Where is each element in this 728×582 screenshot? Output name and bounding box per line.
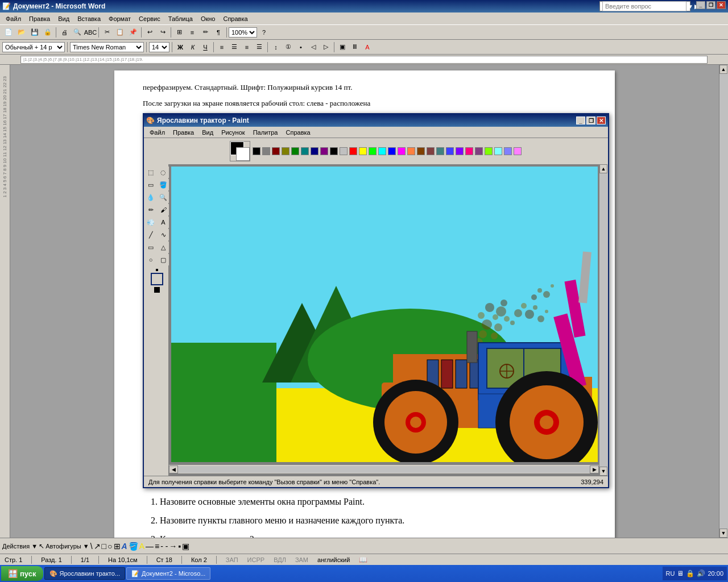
color-steelblue[interactable] [436, 147, 444, 155]
brush-tool[interactable]: 🖌 [158, 204, 169, 215]
word-vscroll-down[interactable]: ▼ [719, 529, 727, 538]
align-right-btn[interactable]: ≡ [241, 42, 253, 52]
word-vscroll-up[interactable]: ▲ [719, 65, 727, 74]
justify-btn[interactable]: ☰ [254, 42, 265, 52]
word-menu-window[interactable]: Окно [197, 14, 219, 23]
paint-hscrollbar[interactable]: ◀ ▶ [169, 464, 599, 473]
color-violet[interactable] [456, 147, 464, 155]
color-cyan[interactable] [378, 147, 386, 155]
paint-canvas-container[interactable]: ◀ ▶ [169, 164, 599, 476]
wordart-icon[interactable]: A [122, 542, 127, 551]
word-menu-file[interactable]: Файл [2, 14, 24, 23]
color-plum[interactable] [475, 147, 483, 155]
airbrush-tool[interactable]: 💨 [145, 217, 156, 228]
undo-btn[interactable]: ↩ [143, 27, 156, 38]
color-periwinkle[interactable] [446, 147, 454, 155]
color-ltcyan[interactable] [494, 147, 502, 155]
line-tool[interactable]: ╱ [145, 229, 156, 240]
color-brown[interactable] [417, 147, 425, 155]
curve-tool[interactable]: ∿ [158, 229, 169, 240]
spell-btn[interactable]: ABC [84, 27, 97, 38]
eyedropper-tool[interactable]: 💧 [145, 192, 156, 203]
paint-menu-file[interactable]: Файл [146, 128, 168, 137]
rect-tool[interactable]: ▭ [145, 242, 156, 253]
word-menu-format[interactable]: Формат [105, 14, 134, 23]
start-button[interactable]: 🪟 пуск [1, 566, 43, 581]
vscroll-thumb[interactable] [599, 173, 608, 467]
rect-draw-icon[interactable]: □ [102, 542, 106, 551]
columns-btn[interactable]: ≡ [186, 27, 198, 38]
eraser-tool[interactable]: ▭ [145, 179, 156, 190]
color-ltgreen[interactable] [485, 147, 493, 155]
word-menu-tools[interactable]: Сервис [135, 14, 164, 23]
bold-btn[interactable]: Ж [175, 42, 186, 52]
polygon-tool[interactable]: △ [158, 242, 169, 253]
redo-btn[interactable]: ↪ [156, 27, 169, 38]
taskbar-paint-item[interactable]: 🎨 Ярославкин тракто... [44, 567, 126, 580]
underline-btn[interactable]: Ч [200, 42, 211, 52]
drawing-btn[interactable]: ✏ [199, 27, 212, 38]
help-search-input[interactable] [602, 1, 686, 11]
color-orange[interactable] [407, 147, 415, 155]
color-mauve[interactable] [427, 147, 435, 155]
arrow-draw-icon[interactable]: ↗ [94, 542, 101, 551]
table-btn[interactable]: ⊞ [173, 27, 185, 38]
word-menu-table[interactable]: Таблица [165, 14, 196, 23]
paint-canvas[interactable] [171, 167, 598, 462]
save-btn[interactable]: 💾 [28, 27, 41, 38]
vscroll-down-btn[interactable]: ▼ [599, 467, 607, 476]
color-ltblue[interactable] [504, 147, 512, 155]
line-color-icon[interactable]: — [146, 542, 154, 551]
fill-color-icon[interactable]: A [139, 542, 144, 551]
paint-vscrollbar[interactable]: ▲ ▼ [599, 164, 608, 476]
font-name-select[interactable]: Times New Roman [70, 42, 144, 52]
hscroll-right-btn[interactable]: ▶ [590, 465, 599, 473]
line-style-icon[interactable]: ≡ [155, 542, 159, 551]
copy-btn[interactable]: 📋 [114, 27, 126, 38]
brush-size-small[interactable] [156, 269, 158, 271]
word-menu-edit[interactable]: Правка [26, 14, 53, 23]
line-spacing-btn[interactable]: ↕ [270, 42, 282, 52]
lang-indicator[interactable]: RU [666, 570, 675, 577]
font-color-btn[interactable]: A [362, 42, 373, 52]
brush-size-large[interactable] [154, 287, 160, 293]
print-btn[interactable]: 🖨 [58, 27, 71, 38]
color-navy[interactable] [311, 147, 318, 155]
color-black[interactable] [253, 147, 260, 155]
3d-icon[interactable]: ▣ [182, 542, 189, 551]
open-btn[interactable]: 📂 [15, 27, 28, 38]
cut-btn[interactable]: ✂ [101, 27, 113, 38]
outside-border-btn[interactable]: ▣ [337, 42, 348, 52]
help-btn[interactable]: ? [258, 27, 270, 38]
color-yellow[interactable] [359, 147, 367, 155]
autoshapes-label[interactable]: Автофигуры ▼ [46, 543, 89, 550]
color-darkred[interactable] [272, 147, 280, 155]
zoom-select[interactable]: 100% 75% 150% [229, 27, 257, 38]
color-lime[interactable] [369, 147, 377, 155]
paint-menu-help[interactable]: Справка [283, 128, 314, 137]
actions-label[interactable]: Действия ▼ [2, 543, 38, 550]
paint-menu-image[interactable]: Рисунок [218, 128, 249, 137]
text-tool[interactable]: A [158, 217, 169, 228]
hscroll-left-btn[interactable]: ◀ [169, 465, 178, 473]
color-dgray[interactable] [262, 147, 270, 155]
permissions-btn[interactable]: 🔒 [42, 27, 54, 38]
ellipse-tool[interactable]: ○ [145, 254, 156, 265]
textbox-icon[interactable]: ⊞ [114, 542, 121, 551]
numbering-btn[interactable]: ① [283, 42, 294, 52]
select-tool[interactable]: ⬚ [145, 167, 156, 178]
fill-tool active[interactable]: 🪣 [158, 179, 169, 190]
word-menu-view[interactable]: Вид [55, 14, 73, 23]
zoom-tool[interactable]: 🔍 [158, 192, 169, 203]
color-hotpink[interactable] [465, 147, 473, 155]
vscroll-up-btn[interactable]: ▲ [599, 164, 607, 173]
highlight-btn[interactable]: Ⅲ [349, 42, 361, 52]
help-arrow-icon[interactable]: ▼ [688, 3, 693, 10]
color-olive[interactable] [282, 147, 289, 155]
font-size-select[interactable]: 14 10 12 [149, 42, 169, 52]
dash-style-icon[interactable]: - - [160, 542, 168, 551]
color-red[interactable] [349, 147, 357, 155]
brush-size-medium[interactable] [151, 273, 163, 285]
word-close-btn[interactable]: ✕ [717, 1, 726, 9]
freeselect-tool[interactable]: ◌ [158, 167, 169, 178]
